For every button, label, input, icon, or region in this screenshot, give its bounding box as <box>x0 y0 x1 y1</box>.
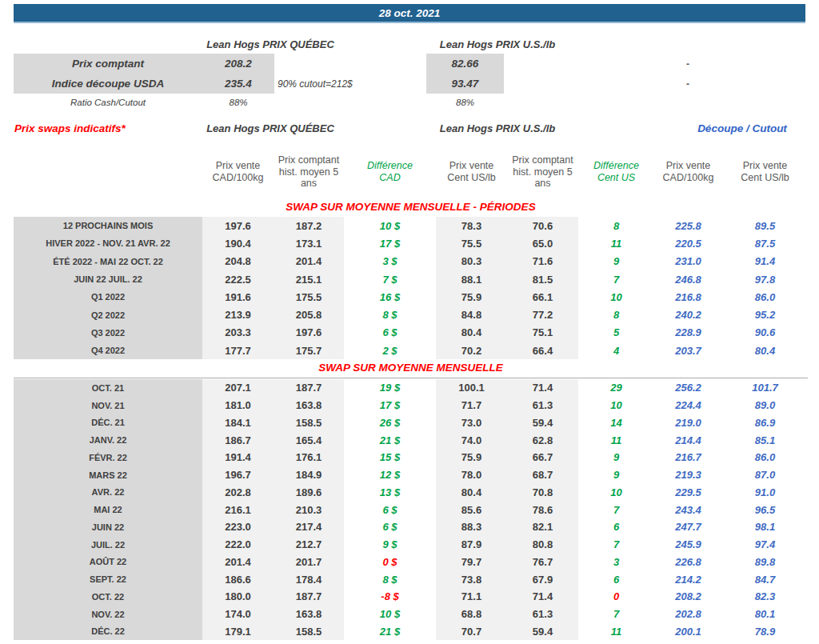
cad-difference: 17 $ <box>344 397 436 414</box>
us-sale-price: 80.4 <box>436 484 507 502</box>
us-difference: 8 <box>578 217 654 234</box>
cad-sale-price: 180.0 <box>202 588 274 606</box>
summary-us-indice: 93.47 <box>426 74 504 94</box>
us-difference: 10 <box>578 397 654 414</box>
cad-difference: 0 $ <box>344 554 436 571</box>
column-header: Différence CAD <box>344 160 436 184</box>
cad-difference: 26 $ <box>344 414 436 432</box>
us-difference: 7 <box>578 501 654 518</box>
cutout-us-price: 87.0 <box>722 466 808 484</box>
cad-sale-price: 190.4 <box>202 234 274 252</box>
cad-difference: 3 $ <box>344 253 436 270</box>
us-sale-price: 100.1 <box>436 379 507 397</box>
us-difference: 3 <box>578 554 654 571</box>
section2-title: SWAP SUR MOYENNE MENSUELLE <box>14 362 808 374</box>
column-header: Prix comptant hist. moyen 5 ans <box>507 154 578 190</box>
cad-hist-avg: 205.8 <box>274 306 344 323</box>
cad-hist-avg: 163.8 <box>274 397 344 414</box>
us-difference: 0 <box>578 588 654 606</box>
cad-hist-avg: 189.6 <box>274 484 344 502</box>
us-hist-avg: 66.4 <box>507 342 578 359</box>
cutout-cad-price: 247.7 <box>654 518 722 536</box>
cad-difference: 8 $ <box>344 570 436 588</box>
cutout-us-price: 87.5 <box>722 234 808 252</box>
us-sale-price: 80.3 <box>436 253 507 270</box>
cad-difference: 21 $ <box>344 623 436 641</box>
cad-sale-price: 177.7 <box>202 342 274 359</box>
swaps-quebec-title: Lean Hogs PRIX QUÉBEC <box>200 120 341 136</box>
summary-label-comptant: Prix comptant <box>14 54 202 74</box>
row-label: HIVER 2022 - NOV. 21 AVR. 22 <box>14 234 202 252</box>
summary-qc-ratio: 88% <box>202 94 274 111</box>
cutout-cad-price: 216.7 <box>654 449 722 466</box>
us-sale-price: 78.0 <box>436 466 507 484</box>
cutout-cad-price: 256.2 <box>654 379 722 397</box>
cutout-cad-price: 203.7 <box>654 342 722 359</box>
us-difference: 29 <box>578 379 654 397</box>
section1-title: SWAP SUR MOYENNE MENSUELLE - PÉRIODES <box>14 201 808 213</box>
us-hist-avg: 80.8 <box>507 536 578 554</box>
cad-hist-avg: 184.9 <box>274 466 344 484</box>
cad-hist-avg: 187.7 <box>274 379 344 397</box>
row-label: JUIN 22 JUIL. 22 <box>14 270 202 288</box>
cutout-cad-price: 214.2 <box>654 570 722 588</box>
cad-difference: 10 $ <box>344 217 436 234</box>
us-sale-price: 70.2 <box>436 342 507 359</box>
cad-hist-avg: 178.4 <box>274 570 344 588</box>
cad-sale-price: 222.5 <box>202 270 274 288</box>
cutout-cad-price: 208.2 <box>654 588 722 606</box>
cutout-us-price: 97.4 <box>722 536 808 554</box>
cutout-us-price: 91.0 <box>722 484 808 502</box>
us-hist-avg: 70.6 <box>507 217 578 234</box>
summary-cutout-note: 90% cutout=212$ <box>278 74 413 94</box>
cutout-us-price: 101.7 <box>722 379 808 397</box>
row-label: Q1 2022 <box>14 288 202 306</box>
us-sale-price: 73.8 <box>436 570 507 588</box>
cad-sale-price: 222.0 <box>202 536 274 554</box>
cad-hist-avg: 217.4 <box>274 518 344 536</box>
cad-difference: 17 $ <box>344 234 436 252</box>
us-sale-price: 71.1 <box>436 588 507 606</box>
cad-hist-avg: 175.5 <box>274 288 344 306</box>
row-label: DÉC. 22 <box>14 623 202 641</box>
cutout-us-price: 97.8 <box>722 270 808 288</box>
row-label: SEPT. 22 <box>14 570 202 588</box>
us-difference: 6 <box>578 570 654 588</box>
cad-sale-price: 216.1 <box>202 501 274 518</box>
us-hist-avg: 77.2 <box>507 306 578 323</box>
row-label: JUIN 22 <box>14 518 202 536</box>
us-sale-price: 87.9 <box>436 536 507 554</box>
cad-hist-avg: 201.4 <box>274 253 344 270</box>
row-label: AOÛT 22 <box>14 554 202 571</box>
cutout-us-price: 89.8 <box>722 554 808 571</box>
us-sale-price: 79.7 <box>436 554 507 571</box>
cutout-cad-price: 229.5 <box>654 484 722 502</box>
cad-sale-price: 203.3 <box>202 324 274 342</box>
cutout-cad-price: 216.8 <box>654 288 722 306</box>
cad-hist-avg: 158.5 <box>274 623 344 641</box>
swap-price-report: 28 oct. 2021 Lean Hogs PRIX QUÉBEC Lean … <box>0 0 819 644</box>
cutout-cad-price: 220.5 <box>654 234 722 252</box>
cad-difference: 7 $ <box>344 270 436 288</box>
row-label: Q3 2022 <box>14 324 202 342</box>
cad-hist-avg: 163.8 <box>274 606 344 623</box>
cutout-us-price: 91.4 <box>722 253 808 270</box>
us-sale-price: 80.4 <box>436 324 507 342</box>
top-quebec-title: Lean Hogs PRIX QUÉBEC <box>200 37 341 51</box>
us-sale-price: 75.9 <box>436 449 507 466</box>
row-label: MARS 22 <box>14 466 202 484</box>
us-difference: 10 <box>578 288 654 306</box>
cutout-cad-price: 231.0 <box>654 253 722 270</box>
cad-difference: 21 $ <box>344 431 436 449</box>
cad-sale-price: 186.7 <box>202 431 274 449</box>
us-hist-avg: 76.7 <box>507 554 578 571</box>
us-hist-avg: 61.3 <box>507 397 578 414</box>
us-difference: 7 <box>578 606 654 623</box>
us-difference: 9 <box>578 449 654 466</box>
cutout-cad-price: 200.1 <box>654 623 722 641</box>
cutout-us-price: 89.5 <box>722 217 808 234</box>
cad-difference: 10 $ <box>344 606 436 623</box>
report-date: 28 oct. 2021 <box>379 7 441 19</box>
us-sale-price: 75.9 <box>436 288 507 306</box>
cutout-cad-price: 224.4 <box>654 397 722 414</box>
